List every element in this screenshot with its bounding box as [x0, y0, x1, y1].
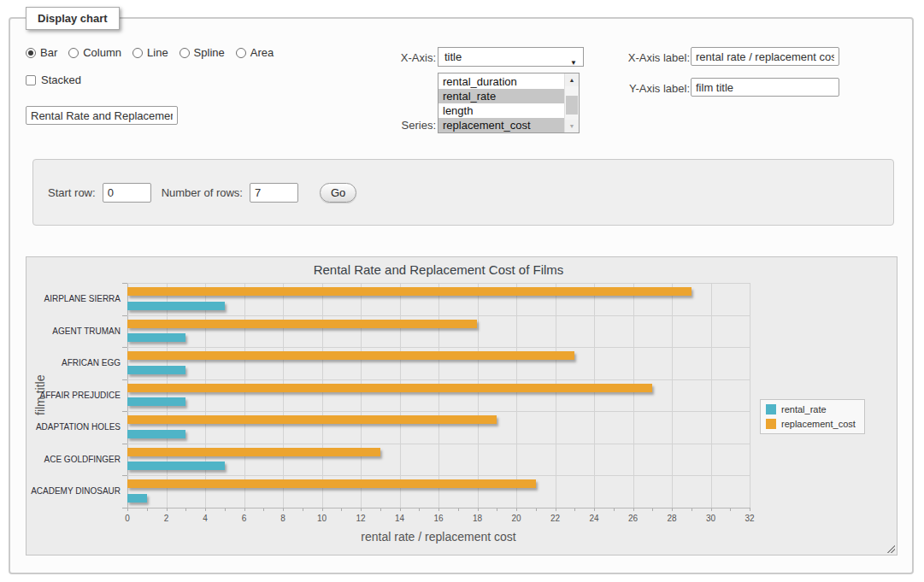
x-tick-label: 10: [309, 514, 335, 523]
x-tick-label: 4: [192, 514, 218, 523]
stacked-checkbox-row[interactable]: Stacked: [26, 73, 81, 86]
radio-label: Line: [147, 46, 168, 59]
gridline-vertical: [438, 283, 439, 508]
gridline-vertical: [361, 283, 362, 508]
y-axis-label-input[interactable]: [691, 78, 839, 97]
category-label: ACADEMY DINOSAUR: [26, 475, 127, 508]
go-button[interactable]: Go: [320, 183, 356, 203]
x-tick-label: 16: [426, 514, 451, 523]
x-tick-label: 20: [503, 514, 529, 523]
start-row-input[interactable]: [103, 183, 151, 203]
gridline-horizontal: [127, 283, 750, 284]
x-axis-select-label: X-Axis:: [378, 51, 436, 64]
y-axis-label-label: Y-Axis label:: [591, 82, 690, 95]
display-chart-panel: Display chart BarColumnLineSplineArea St…: [9, 17, 914, 574]
legend-label: replacement_cost: [781, 419, 856, 429]
gridline-vertical: [711, 283, 712, 508]
gridline-vertical: [205, 283, 206, 508]
chart-type-radio-area[interactable]: Area: [236, 46, 274, 59]
stacked-checkbox[interactable]: [26, 75, 36, 85]
bar-replacement-cost: [127, 384, 652, 392]
gridline-horizontal: [127, 379, 750, 380]
bar-rental-rate: [127, 333, 185, 342]
radio-label: Spline: [194, 46, 225, 59]
gridline-horizontal: [127, 444, 750, 444]
series-option-rental_rate[interactable]: rental_rate: [438, 89, 564, 103]
bar-replacement-cost: [127, 448, 380, 456]
x-axis-label-input[interactable]: [691, 47, 839, 66]
bar-rental-rate: [127, 397, 185, 406]
legend-swatch-icon: [766, 404, 776, 414]
x-axis-label-label: X-Axis label:: [591, 51, 690, 64]
series-option-rental_duration[interactable]: rental_duration: [438, 74, 564, 89]
chart-legend: rental_ratereplacement_cost: [760, 399, 865, 434]
category-label: AFFAIR PREJUDICE: [26, 379, 127, 412]
gridline-vertical: [322, 283, 323, 508]
gridline-horizontal: [127, 411, 750, 412]
resize-grip-icon[interactable]: [886, 544, 895, 553]
scroll-up-icon[interactable]: ▲: [565, 73, 579, 86]
row-range-panel: Start row: Number of rows: Go: [32, 159, 894, 226]
num-rows-input[interactable]: [250, 183, 298, 203]
num-rows-label: Number of rows:: [162, 186, 243, 199]
gridline-vertical: [556, 283, 556, 508]
gridline-horizontal: [127, 315, 750, 316]
chart-type-radio-spline[interactable]: Spline: [180, 46, 225, 59]
x-tick-label: 8: [270, 514, 296, 523]
bar-rental-rate: [127, 494, 147, 503]
x-tick-label: 32: [737, 514, 762, 523]
legend-item-rental_rate[interactable]: rental_rate: [766, 404, 856, 414]
category-label: ADAPTATION HOLES: [26, 411, 127, 444]
bar-replacement-cost: [127, 320, 477, 328]
legend-item-replacement_cost[interactable]: replacement_cost: [766, 419, 856, 429]
series-option-replacement_cost[interactable]: replacement_cost: [438, 118, 564, 132]
chart-type-radio-column[interactable]: Column: [68, 46, 121, 59]
panel-title: Display chart: [26, 7, 120, 30]
gridline-vertical: [594, 283, 595, 508]
radio-icon[interactable]: [26, 48, 36, 58]
x-tick-label: 6: [232, 514, 257, 523]
x-tick-label: 28: [659, 514, 685, 523]
x-tick-label: 24: [581, 514, 607, 523]
series-listbox[interactable]: rental_durationrental_ratelengthreplacem…: [438, 73, 580, 133]
legend-swatch-icon: [766, 419, 776, 429]
radio-icon[interactable]: [236, 48, 246, 58]
chart-type-radio-line[interactable]: Line: [132, 46, 168, 59]
category-label: ACE GOLDFINGER: [26, 444, 127, 476]
gridline-vertical: [750, 283, 750, 508]
radio-icon[interactable]: [180, 48, 190, 58]
bar-rental-rate: [127, 366, 185, 374]
x-axis-selected-value: title: [444, 50, 462, 63]
x-axis-select[interactable]: title ▼: [438, 47, 584, 67]
scrollbar-thumb[interactable]: [566, 96, 578, 115]
radio-icon[interactable]: [132, 48, 143, 58]
gridline-vertical: [478, 283, 479, 508]
scroll-down-icon[interactable]: ▼: [565, 120, 579, 132]
series-list-scrollbar[interactable]: ▲ ▼: [564, 73, 579, 132]
x-tick-label: 18: [465, 514, 491, 523]
chart-type-radio-bar[interactable]: Bar: [26, 46, 57, 59]
bar-rental-rate: [127, 302, 225, 310]
x-tick-label: 2: [154, 514, 180, 523]
series-options: rental_durationrental_ratelengthreplacem…: [438, 74, 564, 132]
chart-canvas: Rental Rate and Replacement Cost of Film…: [26, 256, 898, 556]
chart-title-input[interactable]: [26, 106, 178, 125]
gridline-horizontal: [127, 475, 750, 476]
chart-type-radios: BarColumnLineSplineArea: [26, 46, 274, 59]
radio-icon[interactable]: [68, 48, 79, 58]
bar-rental-rate: [127, 430, 185, 438]
bar-replacement-cost: [127, 415, 497, 424]
bar-replacement-cost: [127, 479, 536, 488]
x-axis-line: [127, 508, 750, 509]
x-axis-tick: [750, 508, 750, 511]
gridline-vertical: [672, 283, 673, 508]
x-tick-label: 30: [698, 514, 724, 523]
gridline-vertical: [633, 283, 634, 508]
series-option-length[interactable]: length: [438, 103, 564, 118]
gridline-horizontal: [127, 347, 750, 348]
category-label: AIRPLANE SIERRA: [26, 283, 127, 315]
x-tick-label: 26: [621, 514, 646, 523]
gridline-vertical: [283, 283, 284, 508]
gridline-vertical: [244, 283, 245, 508]
radio-label: Area: [250, 46, 274, 59]
